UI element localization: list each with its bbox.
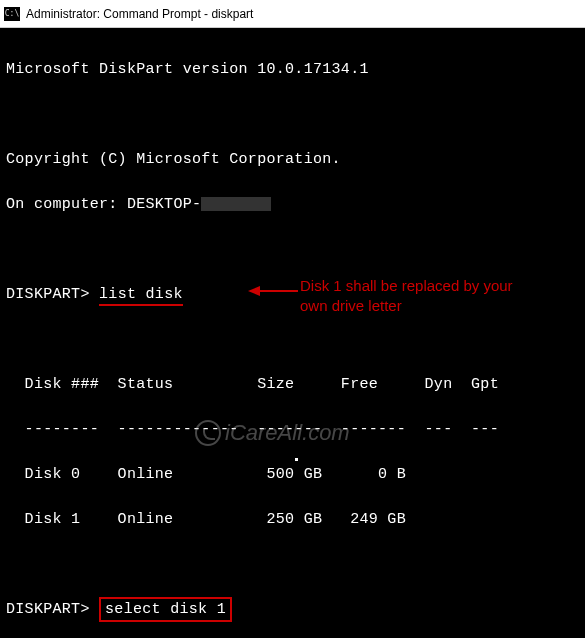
window-title-bar: C:\ Administrator: Command Prompt - disk… [0,0,585,28]
computer-line: On computer: DESKTOP- [6,194,579,217]
cmd-select-disk: select disk 1 [99,597,232,622]
table-divider: -------- ------------- ------- ------- -… [6,419,579,442]
cmd-list-disk: list disk [99,286,183,306]
blank-line [6,239,579,262]
table-row: Disk 0 Online 500 GB 0 B [6,464,579,487]
annotation-text: Disk 1 shall be replaced by your own dri… [300,276,530,315]
prompt-line: DISKPART> select disk 1 [6,599,579,622]
prompt-text: DISKPART> [6,286,90,303]
redacted-hostname [201,197,271,211]
cmd-icon: C:\ [4,7,20,21]
version-line: Microsoft DiskPart version 10.0.17134.1 [6,59,579,82]
computer-prefix: On computer: DESKTOP- [6,196,201,213]
cursor-dot [295,458,298,461]
terminal-output[interactable]: Microsoft DiskPart version 10.0.17134.1 … [0,28,585,638]
blank-line [6,554,579,577]
blank-line [6,104,579,127]
prompt-text: DISKPART> [6,601,90,618]
table-header: Disk ### Status Size Free Dyn Gpt [6,374,579,397]
window-title-text: Administrator: Command Prompt - diskpart [26,7,253,21]
copyright-line: Copyright (C) Microsoft Corporation. [6,149,579,172]
blank-line [6,329,579,352]
svg-marker-1 [248,286,260,296]
arrow-icon [248,283,298,299]
table-row: Disk 1 Online 250 GB 249 GB [6,509,579,532]
